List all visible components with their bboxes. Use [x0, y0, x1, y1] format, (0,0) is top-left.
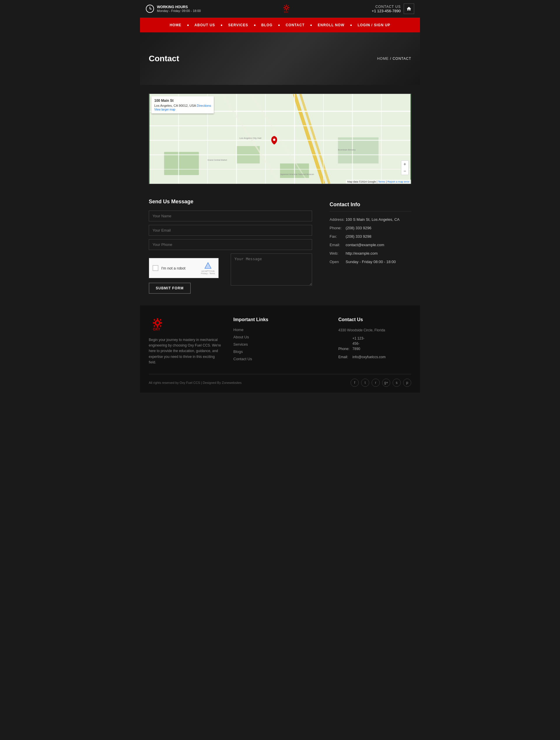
- map-address2: Los Angeles, CA 90012, USA: [154, 104, 196, 107]
- svg-rect-3: [286, 9, 287, 11]
- recaptcha-links: Privacy - Terms: [201, 272, 215, 274]
- contact-info-top: CONTACT US +1 123-456-7890: [372, 3, 414, 14]
- footer-socials: f t r g+ s p: [351, 379, 411, 387]
- svg-rect-44: [154, 325, 156, 327]
- contact-phone: +1 123-456-7890: [372, 9, 401, 13]
- svg-text:Japanese American National Mus: Japanese American National Museum: [280, 173, 314, 176]
- nav-contact[interactable]: CONTACT: [281, 18, 309, 32]
- footer-email-value: info@oxyfuelccs.com: [352, 354, 365, 360]
- contact-info-title: Contact Info: [330, 201, 411, 211]
- svg-rect-8: [284, 9, 285, 10]
- form-title: Send Us Message: [149, 199, 312, 205]
- page-title: Contact: [149, 54, 179, 63]
- ci-fax-label: Fax:: [330, 234, 346, 239]
- footer-copyright: All rights reserved by Oxy Fuel CCS | De…: [149, 381, 242, 384]
- nav-about[interactable]: ABOUT US: [190, 18, 220, 32]
- map-view-larger[interactable]: View larger map: [154, 108, 211, 111]
- recaptcha-label: I'm not a robot: [161, 266, 198, 270]
- nav-dot: [187, 24, 189, 26]
- svg-rect-6: [284, 5, 285, 6]
- recaptcha-checkbox[interactable]: [153, 265, 158, 271]
- nav-home[interactable]: HOME: [165, 18, 186, 32]
- working-hours: WORKING HOURS Monday - Friday: 09:00 - 1…: [146, 5, 201, 13]
- svg-text:Grand Central Market: Grand Central Market: [208, 159, 227, 161]
- svg-text:OXY: OXY: [153, 327, 160, 331]
- footer-email-label: Email:: [338, 354, 352, 360]
- breadcrumb: HOME / CONTACT: [377, 57, 411, 61]
- footer-link-about[interactable]: About Us: [234, 335, 326, 339]
- social-pinterest[interactable]: p: [403, 379, 411, 387]
- map-address1: 100 Main St: [154, 99, 211, 103]
- social-google-plus[interactable]: g+: [382, 379, 390, 387]
- ci-web-row: Web: http://example.com: [330, 251, 411, 256]
- svg-rect-12: [164, 152, 199, 175]
- ci-address-row: Address: 100 S Main St, Los Angeles, CA: [330, 217, 411, 222]
- content-section: Send Us Message I'm not a robot: [140, 190, 420, 305]
- message-textarea[interactable]: [231, 254, 312, 286]
- home-icon-top[interactable]: [404, 3, 414, 14]
- footer-contact-section: Contact Us 4330 Woodside Circle, Florida…: [338, 317, 411, 365]
- nav-dot: [254, 24, 256, 26]
- nav-services[interactable]: SERVICES: [223, 18, 253, 32]
- ci-phone-row: Phone: (208) 333 9296: [330, 226, 411, 230]
- nav-dot: [278, 24, 280, 26]
- phone-input[interactable]: [149, 239, 312, 250]
- footer: OXY Begin your journey to mastery in mec…: [140, 305, 420, 393]
- map-terms[interactable]: Terms: [378, 180, 385, 183]
- social-rss[interactable]: r: [372, 379, 380, 387]
- svg-rect-38: [157, 318, 158, 320]
- footer-links-title: Important Links: [234, 317, 326, 322]
- working-hours-value: Monday - Friday: 09:00 - 18:00: [157, 9, 201, 12]
- logo-svg: OXY: [278, 3, 295, 15]
- svg-point-37: [156, 321, 159, 325]
- nav-login[interactable]: LOGIN / SIGN UP: [353, 18, 395, 32]
- footer-link-services[interactable]: Services: [234, 342, 326, 347]
- social-skype[interactable]: s: [393, 379, 401, 387]
- breadcrumb-home[interactable]: HOME: [377, 57, 389, 61]
- footer-brand: OXY Begin your journey to mastery in mec…: [149, 317, 222, 365]
- svg-text:Los Angeles City Hall: Los Angeles City Hall: [240, 137, 261, 140]
- footer-link-home[interactable]: Home: [234, 328, 326, 332]
- map-directions[interactable]: Directions: [197, 104, 211, 107]
- footer-phone-value: +1 123-456-7890: [352, 336, 365, 352]
- footer-logo[interactable]: OXY: [149, 317, 222, 333]
- social-facebook[interactable]: f: [351, 379, 359, 387]
- map-container[interactable]: Los Angeles City Hall Grand Central Mark…: [149, 94, 411, 184]
- map-zoom-controls: + −: [401, 161, 408, 175]
- recaptcha-icon: [204, 262, 212, 270]
- map-report[interactable]: Report a map error: [387, 180, 409, 183]
- map-zoom-in[interactable]: +: [401, 161, 408, 168]
- map-footer: Map data ©2024 Google | Terms | Report a…: [346, 180, 411, 184]
- footer-contact-email-row: Email: info@oxyfuelccs.com: [338, 354, 411, 360]
- contact-label: CONTACT US: [372, 5, 401, 9]
- ci-open-label: Open: [330, 260, 346, 264]
- footer-link-blogs[interactable]: Blogs: [234, 350, 326, 354]
- ci-address-value: 100 S Main St, Los Angeles, CA: [346, 217, 399, 222]
- email-input[interactable]: [149, 225, 312, 236]
- recaptcha-badge: reCAPTCHA: [201, 270, 214, 272]
- footer-contact-title: Contact Us: [338, 317, 411, 322]
- breadcrumb-current: CONTACT: [393, 57, 411, 61]
- ci-email-label: Email:: [330, 243, 346, 247]
- contact-form-section: Send Us Message I'm not a robot: [149, 199, 312, 294]
- nav-blog[interactable]: BLOG: [257, 18, 277, 32]
- nav-dot: [221, 24, 222, 26]
- footer-description: Begin your journey to mastery in mechani…: [149, 337, 222, 365]
- svg-rect-40: [153, 322, 155, 324]
- top-bar: WORKING HOURS Monday - Friday: 09:00 - 1…: [140, 0, 420, 18]
- ci-fax-row: Fax: (208) 333 9298: [330, 234, 411, 239]
- contact-info-panel: Contact Info Address: 100 S Main St, Los…: [330, 199, 411, 294]
- submit-button[interactable]: SUBMIT FORM: [149, 283, 191, 294]
- social-twitter[interactable]: t: [361, 379, 369, 387]
- logo[interactable]: OXY: [278, 3, 295, 15]
- map-zoom-out[interactable]: −: [401, 168, 408, 175]
- map-section: Los Angeles City Hall Grand Central Mark…: [140, 85, 420, 190]
- name-input[interactable]: [149, 211, 312, 221]
- nav-enroll[interactable]: ENROLL NOW: [313, 18, 349, 32]
- footer-contact-phone-row: Phone: +1 123-456-7890: [338, 336, 411, 352]
- footer-bottom: All rights reserved by Oxy Fuel CCS | De…: [149, 374, 411, 387]
- footer-link-contact[interactable]: Contact Us: [234, 357, 326, 361]
- main-nav: HOME ABOUT US SERVICES BLOG CONTACT ENRO…: [140, 18, 420, 32]
- recaptcha-logo: reCAPTCHA Privacy - Terms: [201, 262, 215, 274]
- nav-dot: [310, 24, 312, 26]
